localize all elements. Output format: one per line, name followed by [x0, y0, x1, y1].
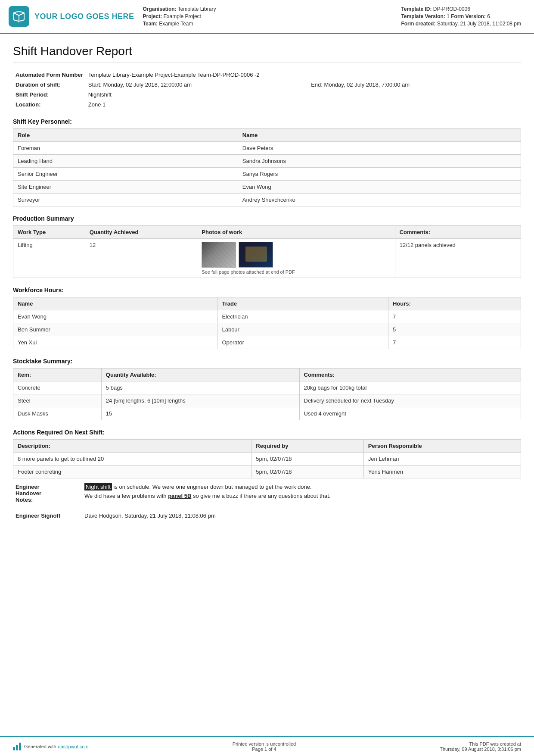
actions-required-by: 5pm, 02/07/18	[251, 453, 363, 465]
production-section-title: Production Summary	[13, 215, 521, 222]
production-col-worktype: Work Type	[13, 226, 85, 239]
engineer-signoff-row: Engineer Signoff Dave Hodgson, Saturday,…	[13, 511, 521, 521]
template-version-row: Template Version: 1 Form Version: 6	[401, 13, 521, 19]
workforce-section-title: Workforce Hours:	[13, 287, 521, 294]
engineer-handover-label: EngineerHandoverNotes:	[13, 482, 82, 505]
org-row: Organisation: Template Library	[143, 6, 216, 12]
note1-text: is on schedule. We were one engineer dow…	[112, 484, 312, 490]
workforce-col-hours: Hours:	[388, 297, 521, 310]
personnel-name: Andrey Shevchcenko	[238, 194, 521, 206]
production-col-comments: Comments:	[395, 226, 521, 239]
personnel-role: Senior Engineer	[13, 168, 238, 181]
footer-pdf-created-label: This PDF was created at	[440, 741, 521, 747]
actions-row: 8 more panels to get to outlined 205pm, …	[13, 453, 521, 465]
stocktake-quantity: 15	[101, 407, 299, 420]
workforce-col-trade: Trade	[217, 297, 388, 310]
photo-caption: See full page photos attached at end of …	[202, 269, 390, 275]
production-col-photos: Photos of work	[197, 226, 395, 239]
footer-left: Generated with dashpivot.com	[13, 743, 89, 750]
footer-uncontrolled: Printed version is uncontrolled	[233, 741, 296, 747]
stocktake-col-quantity: Quantity Available:	[101, 369, 299, 381]
logo-icon	[9, 6, 29, 27]
duration-start: Start: Monday, 02 July 2018, 12:00:00 am	[86, 80, 308, 90]
footer-page-num: Page 1 of 4	[233, 747, 296, 752]
actions-section-title: Actions Required On Next Shift:	[13, 429, 521, 436]
stocktake-table: Item: Quantity Available: Comments: Conc…	[13, 368, 521, 420]
workforce-name: Evan Wong	[13, 310, 217, 323]
personnel-name: Sanya Rogers	[238, 168, 521, 181]
stocktake-quantity: 24 [5m] lengths, 6 [10m] lengths	[101, 394, 299, 407]
personnel-row: Site EngineerEvan Wong	[13, 181, 521, 194]
stocktake-item: Dusk Masks	[13, 407, 102, 420]
logo-svg	[12, 9, 26, 23]
logo-text: YOUR LOGO GOES HERE	[34, 12, 134, 21]
highlighted-text: Night shift	[84, 483, 112, 490]
footer-logo: Generated with dashpivot.com	[13, 743, 89, 750]
footer-generated-text: Generated with	[24, 744, 56, 749]
personnel-row: SurveyorAndrey Shevchcenko	[13, 194, 521, 206]
stocktake-item: Concrete	[13, 381, 102, 394]
photo-thumb-1	[202, 242, 236, 268]
workforce-hours: 7	[388, 336, 521, 349]
note2-suffix: so give me a buzz if there are any quest…	[191, 493, 330, 499]
personnel-row: ForemanDave Peters	[13, 142, 521, 155]
workforce-hours: 7	[388, 310, 521, 323]
header-meta-left: Organisation: Template Library Project: …	[143, 6, 216, 27]
workforce-name: Yen Xui	[13, 336, 217, 349]
footer-pdf-created-date: Thursday, 09 August 2018, 3:31:06 pm	[440, 747, 521, 752]
footer-logo-icon	[13, 743, 22, 750]
production-photos: See full page photos attached at end of …	[197, 239, 395, 278]
shift-period-row: Shift Period: Nightshift	[13, 90, 521, 100]
workforce-header-row: Name Trade Hours:	[13, 297, 521, 310]
workforce-row: Evan WongElectrician7	[13, 310, 521, 323]
stocktake-row: Dusk Masks15Used 4 overnight	[13, 407, 521, 420]
workforce-col-name: Name	[13, 297, 217, 310]
production-comments: 12/12 panels achieved	[395, 239, 521, 278]
personnel-col-role: Role	[13, 129, 238, 142]
form-created-row: Form created: Saturday, 21 July 2018, 11…	[401, 21, 521, 27]
stocktake-col-comments: Comments:	[299, 369, 521, 381]
duration-end: End: Monday, 02 July 2018, 7:00:00 am	[308, 80, 521, 90]
duration-label: Duration of shift:	[13, 80, 86, 90]
actions-required-by: 5pm, 02/07/18	[251, 465, 363, 478]
page-header: YOUR LOGO GOES HERE Organisation: Templa…	[0, 0, 534, 34]
actions-col-responsible: Person Responsible	[363, 440, 521, 453]
stocktake-section-title: Stocktake Summary:	[13, 358, 521, 365]
location-row: Location: Zone 1	[13, 100, 521, 109]
production-row: Lifting 12 See full page photos attached…	[13, 239, 521, 278]
shift-period-value: Nightshift	[86, 90, 521, 100]
automated-form-row: Automated Form Number Template Library-E…	[13, 70, 521, 80]
workforce-row: Ben SummerLabour5	[13, 323, 521, 336]
personnel-row: Senior EngineerSanya Rogers	[13, 168, 521, 181]
shift-period-label: Shift Period:	[13, 90, 86, 100]
personnel-name: Evan Wong	[238, 181, 521, 194]
footer-right: This PDF was created at Thursday, 09 Aug…	[440, 741, 521, 752]
stocktake-row: Steel24 [5m] lengths, 6 [10m] lengthsDel…	[13, 394, 521, 407]
production-worktype: Lifting	[13, 239, 85, 278]
bar-2	[16, 745, 18, 750]
report-meta-table: Automated Form Number Template Library-E…	[13, 70, 521, 109]
personnel-role: Foreman	[13, 142, 238, 155]
personnel-role: Site Engineer	[13, 181, 238, 194]
personnel-header-row: Role Name	[13, 129, 521, 142]
engineer-signoff-value: Dave Hodgson, Saturday, 21 July 2018, 11…	[82, 511, 521, 521]
stocktake-comments: Delivery scheduled for next Tuesday	[299, 394, 521, 407]
actions-col-description: Description:	[13, 440, 251, 453]
actions-description: Footer concreting	[13, 465, 251, 478]
team-row: Team: Example Team	[143, 21, 216, 27]
note2-link: panel 5B	[168, 493, 191, 499]
bar-1	[13, 747, 15, 750]
report-title: Shift Handover Report	[13, 44, 521, 63]
header-meta-right: Template ID: DP-PROD-0006 Template Versi…	[401, 6, 521, 27]
footer-link[interactable]: dashpivot.com	[58, 744, 89, 749]
photo-thumb-2	[239, 242, 273, 268]
stocktake-row: Concrete5 bags20kg bags for 100kg total	[13, 381, 521, 394]
personnel-col-name: Name	[238, 129, 521, 142]
footer-center: Printed version is uncontrolled Page 1 o…	[233, 741, 296, 752]
stocktake-item: Steel	[13, 394, 102, 407]
workforce-trade: Electrician	[217, 310, 388, 323]
project-row: Project: Example Project	[143, 13, 216, 19]
personnel-role: Surveyor	[13, 194, 238, 206]
automated-form-label: Automated Form Number	[13, 70, 86, 80]
template-id-row: Template ID: DP-PROD-0006	[401, 6, 521, 12]
